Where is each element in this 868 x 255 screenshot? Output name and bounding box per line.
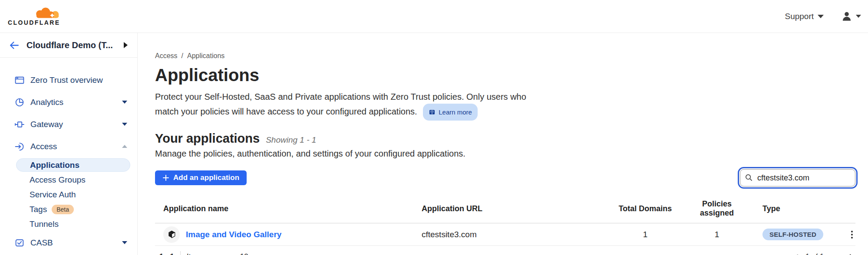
- access-login-icon: [14, 141, 25, 152]
- expand-sidebar-icon[interactable]: [124, 42, 128, 48]
- sidebar-item-label: Applications: [30, 160, 79, 170]
- table-row: Image and Video Gallery cftestsite3.com …: [155, 223, 855, 246]
- breadcrumb: Access / Applications: [155, 52, 855, 60]
- applications-table: Application name Application URL Total D…: [155, 198, 855, 246]
- sidebar-item-label: Analytics: [30, 98, 63, 107]
- column-application-name: Application name: [163, 204, 422, 213]
- sidebar-item-zero-trust-overview[interactable]: Zero Trust overview: [0, 69, 137, 91]
- application-url-cell: cftestsite3.com: [422, 230, 604, 239]
- section-title: Your applications: [155, 131, 260, 146]
- add-application-button[interactable]: Add an application: [155, 170, 247, 185]
- access-subnav: Applications Access Groups Service Auth …: [0, 157, 137, 232]
- footer-left: 1 - 1 Items per page: 10: [155, 251, 248, 255]
- sidebar-item-access[interactable]: Access: [0, 135, 137, 157]
- search-box: [740, 169, 855, 186]
- sidebar-item-label: CASB: [30, 238, 53, 248]
- sidebar-item-gateway[interactable]: Gateway: [0, 113, 137, 135]
- footer-divider: [180, 251, 181, 255]
- policies-assigned-cell: 1: [686, 230, 747, 239]
- book-icon: [429, 109, 436, 116]
- sidebar-item-tags[interactable]: Tags Beta: [0, 202, 137, 217]
- sidebar-item-analytics[interactable]: Analytics: [0, 91, 137, 113]
- application-link[interactable]: Image and Video Gallery: [186, 230, 281, 239]
- column-policies-assigned: Policies assigned: [686, 199, 747, 218]
- header-right: Support: [785, 11, 861, 22]
- sidebar: Cloudflare Demo (T... Zero Trust overvie…: [0, 33, 138, 255]
- total-domains-cell: 1: [604, 230, 686, 239]
- page-title: Applications: [155, 65, 855, 85]
- learn-more-link[interactable]: Learn more: [423, 104, 478, 121]
- beta-badge: Beta: [52, 205, 74, 214]
- applications-toolbar: Add an application: [155, 168, 855, 187]
- application-name-cell: Image and Video Gallery: [163, 226, 422, 243]
- previous-page-button[interactable]: [792, 252, 801, 255]
- column-type: Type: [747, 204, 842, 213]
- sidebar-item-label: Tunnels: [30, 219, 59, 229]
- top-header: CLOUDFLARE Support: [0, 0, 868, 33]
- type-badge: SELF-HOSTED: [762, 229, 823, 240]
- column-application-url: Application URL: [422, 204, 604, 213]
- sidebar-nav: Zero Trust overview Analytics Gatew: [0, 58, 137, 254]
- sidebar-item-label: Gateway: [30, 120, 63, 129]
- chevron-up-icon: [122, 145, 127, 148]
- table-header-row: Application name Application URL Total D…: [155, 198, 855, 223]
- account-name: Cloudflare Demo (T...: [26, 40, 113, 50]
- table-footer: 1 - 1 Items per page: 10 1 of 1 page: [155, 251, 855, 255]
- plus-icon: [162, 174, 169, 181]
- chevron-down-icon: [122, 101, 127, 104]
- sidebar-item-applications[interactable]: Applications: [16, 158, 130, 172]
- cloudflare-logo[interactable]: CLOUDFLARE: [8, 7, 60, 26]
- search-input[interactable]: [740, 169, 855, 186]
- sidebar-item-access-groups[interactable]: Access Groups: [0, 173, 137, 187]
- page-indicator: 1 of 1 page: [805, 252, 842, 255]
- casb-check-icon: [14, 238, 25, 248]
- learn-more-label: Learn more: [439, 105, 472, 119]
- row-actions-menu[interactable]: [848, 229, 855, 240]
- pie-chart-icon: [14, 97, 25, 108]
- column-total-domains: Total Domains: [604, 204, 686, 213]
- search-icon: [745, 173, 753, 182]
- user-menu[interactable]: [841, 11, 861, 22]
- account-switcher[interactable]: Cloudflare Demo (T...: [0, 33, 137, 58]
- sidebar-item-tunnels[interactable]: Tunnels: [0, 217, 137, 232]
- next-page-button[interactable]: [847, 252, 855, 255]
- showing-count: Showing 1 - 1: [266, 135, 316, 145]
- cloudflare-wordmark: CLOUDFLARE: [8, 19, 60, 26]
- chevron-left-icon: [792, 252, 801, 255]
- breadcrumb-separator: /: [182, 52, 183, 60]
- breadcrumb-applications[interactable]: Applications: [187, 52, 224, 60]
- chevron-down-icon: [856, 15, 861, 18]
- sidebar-item-label: Tags: [30, 205, 47, 214]
- sidebar-item-casb[interactable]: CASB: [0, 232, 137, 254]
- sidebar-item-label: Service Auth: [30, 190, 76, 199]
- add-application-label: Add an application: [173, 173, 239, 182]
- sidebar-item-label: Access: [30, 142, 57, 151]
- your-applications-header: Your applications Showing 1 - 1: [155, 131, 855, 146]
- support-label: Support: [785, 12, 814, 21]
- main-content: Access / Applications Applications Prote…: [138, 33, 868, 255]
- gateway-icon: [14, 119, 25, 130]
- section-subtitle: Manage the policies, authentication, and…: [155, 147, 855, 160]
- user-icon: [841, 11, 852, 22]
- cube-icon: [167, 229, 177, 239]
- breadcrumb-access[interactable]: Access: [155, 52, 178, 60]
- chevron-right-icon: [847, 252, 855, 255]
- sidebar-item-label: Access Groups: [30, 175, 86, 185]
- sidebar-item-service-auth[interactable]: Service Auth: [0, 187, 137, 202]
- items-range: 1 - 1: [159, 252, 174, 255]
- chevron-down-icon: [122, 123, 127, 126]
- chevron-down-icon: [122, 241, 127, 244]
- overview-window-icon: [14, 75, 25, 85]
- chevron-down-icon: [818, 15, 824, 18]
- cloudflare-cloud-icon: [31, 7, 60, 19]
- cloudflare-zero-trust-dashboard: CLOUDFLARE Support Cloudflare: [0, 0, 868, 255]
- type-cell: SELF-HOSTED: [747, 229, 842, 240]
- support-menu[interactable]: Support: [785, 12, 824, 21]
- items-per-page: Items per page: 10: [187, 252, 248, 255]
- application-avatar: [163, 226, 180, 243]
- pagination: 1 of 1 page: [792, 252, 855, 255]
- sidebar-item-label: Zero Trust overview: [30, 75, 103, 85]
- back-arrow-icon[interactable]: [9, 40, 20, 51]
- page-description: Protect your Self-Hosted, SaaS and Priva…: [155, 90, 548, 121]
